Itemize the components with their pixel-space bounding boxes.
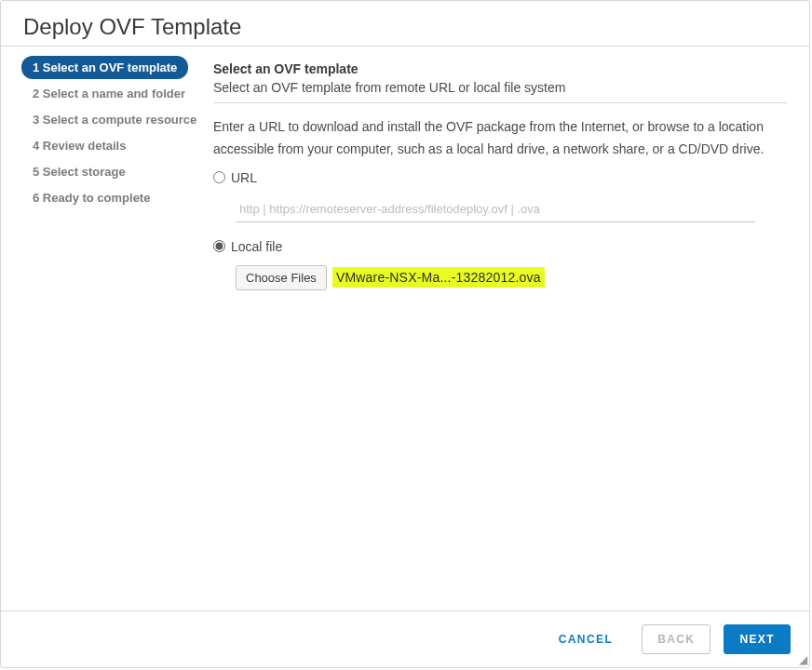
chosen-file-name: VMware-NSX-Ma...-13282012.ova	[332, 267, 545, 288]
radio-local-file-label: Local file	[231, 239, 282, 254]
content-instructions: Enter a URL to download and install the …	[213, 116, 787, 161]
cancel-button[interactable]: CANCEL	[543, 624, 629, 654]
dialog-title: Deploy OVF Template	[1, 1, 809, 47]
dialog-footer: CANCEL BACK NEXT	[1, 610, 809, 667]
radio-url-label: URL	[231, 170, 257, 185]
dialog-body: 1 Select an OVF template 2 Select a name…	[1, 47, 809, 290]
deploy-ovf-dialog: Deploy OVF Template 1 Select an OVF temp…	[0, 0, 810, 668]
step-6-ready-to-complete: 6 Ready to complete	[21, 186, 161, 209]
step-3-select-compute-resource: 3 Select a compute resource	[21, 108, 208, 131]
step-2-select-name-folder: 2 Select a name and folder	[21, 82, 196, 105]
radio-url-row[interactable]: URL	[213, 170, 787, 185]
content-subheading: Select an OVF template from remote URL o…	[213, 80, 787, 95]
radio-url[interactable]	[213, 171, 225, 183]
step-4-review-details: 4 Review details	[21, 134, 137, 157]
wizard-steps-sidebar: 1 Select an OVF template 2 Select a name…	[1, 47, 211, 290]
radio-local-file[interactable]	[213, 240, 225, 252]
radio-local-file-row[interactable]: Local file	[213, 239, 787, 254]
step-content: Select an OVF template Select an OVF tem…	[211, 47, 809, 290]
step-5-select-storage: 5 Select storage	[21, 160, 137, 183]
content-heading: Select an OVF template	[213, 61, 787, 76]
choose-files-button[interactable]: Choose Files	[236, 265, 327, 290]
back-button: BACK	[642, 624, 710, 654]
file-chooser-row: Choose Files VMware-NSX-Ma...-13282012.o…	[236, 265, 787, 290]
url-input[interactable]	[236, 196, 755, 222]
step-1-select-ovf-template[interactable]: 1 Select an OVF template	[21, 56, 188, 79]
next-button[interactable]: NEXT	[724, 624, 791, 654]
divider	[213, 102, 787, 103]
